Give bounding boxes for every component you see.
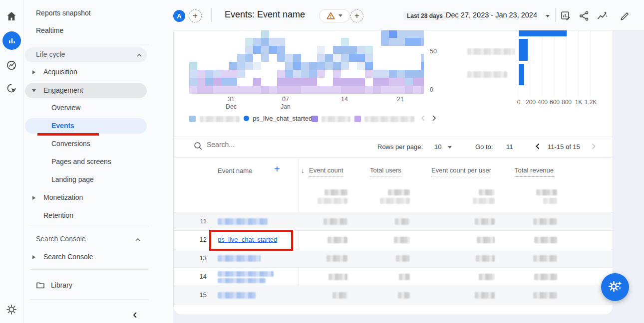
sidebar-item-search-console[interactable]: Search Console	[43, 253, 93, 261]
life-cycle-label: Life cycle	[36, 50, 65, 58]
edit-pencil-icon[interactable]	[620, 10, 631, 21]
insights-icon[interactable]	[597, 10, 608, 21]
goto-page-input[interactable]: 11	[506, 143, 513, 151]
col-header-event-count-per-user[interactable]: Event count per user	[431, 166, 491, 177]
advertising-icon[interactable]	[6, 83, 17, 94]
col-header-total-revenue[interactable]: Total revenue	[515, 166, 554, 177]
sidebar-item-library[interactable]: Library	[51, 281, 72, 289]
table-row[interactable]: 13	[174, 249, 613, 267]
table-search-input[interactable]	[206, 140, 318, 149]
date-preset-chip: Last 28 days	[403, 11, 446, 20]
report-content-area: 50 0 31Dec 07Jan 14 21 0 200 400 600 800…	[173, 30, 644, 323]
sidebar-item-pages-and-screens[interactable]: Pages and screens	[51, 158, 111, 165]
sort-desc-icon[interactable]: ↓	[301, 166, 305, 174]
row-number: 13	[189, 254, 207, 262]
admin-gear-icon[interactable]	[5, 304, 17, 316]
ga4-events-report: Reports snapshot Realtime Life cycle Acq…	[0, 0, 644, 323]
table-bottom-border	[174, 304, 613, 305]
caret-down-icon[interactable]	[448, 146, 452, 149]
sidebar-item-overview[interactable]: Overview	[51, 104, 80, 112]
collapse-sidebar-icon[interactable]	[131, 311, 139, 319]
col-header-event-name[interactable]: Event name	[218, 167, 252, 174]
share-icon[interactable]	[579, 10, 590, 21]
sidebar-divider	[30, 299, 148, 300]
chevron-up-icon[interactable]	[134, 236, 141, 243]
caret-down-icon[interactable]	[546, 15, 550, 17]
bar-segment[interactable]	[519, 30, 567, 36]
caret-down-icon	[338, 14, 342, 17]
sidebar-divider	[30, 44, 148, 44]
sidebar-item-engagement[interactable]: Engagement	[25, 83, 147, 98]
sidebar-item-landing-page[interactable]: Landing page	[51, 175, 94, 183]
legend-swatch	[189, 116, 196, 122]
col-header-event-count[interactable]: Event count	[309, 166, 343, 177]
reports-icon-selected[interactable]	[2, 31, 21, 50]
bar-segment[interactable]	[519, 64, 524, 85]
collapse-arrow-icon	[32, 89, 36, 92]
search-icon	[194, 142, 203, 151]
x-axis-tick: 14	[333, 96, 355, 103]
divider	[211, 8, 212, 22]
x-axis-tick: 21	[389, 96, 411, 103]
rows-per-page-value[interactable]: 10	[434, 143, 441, 151]
events-report-card: 50 0 31Dec 07Jan 14 21 0 200 400 600 800…	[173, 30, 613, 315]
table-row[interactable]: 15	[174, 286, 613, 304]
col-header-total-users[interactable]: Total users	[370, 166, 401, 177]
table-row-highlighted[interactable]: 12 ps_live_chat_started	[174, 230, 613, 249]
y-axis-tick: 50	[430, 48, 445, 55]
legend-prev-icon[interactable]	[420, 115, 427, 122]
report-header: A + Events: Event name + Last 28 days De…	[173, 0, 644, 30]
sidebar-item-retention[interactable]: Retention	[43, 211, 73, 219]
sidebar-item-events-selected[interactable]: Events	[25, 118, 147, 134]
redacted-legend-label	[322, 116, 350, 122]
events-label: Events	[51, 122, 74, 130]
report-nav-sidebar: Reports snapshot Realtime Life cycle Acq…	[23, 0, 173, 323]
engagement-label: Engagement	[43, 86, 83, 94]
next-page-icon[interactable]	[590, 143, 597, 150]
insights-fab-button[interactable]	[601, 273, 629, 301]
sidebar-divider	[30, 227, 148, 227]
app-rail	[0, 0, 24, 323]
add-metric-button[interactable]: +	[350, 9, 363, 22]
legend-next-icon[interactable]	[430, 115, 437, 122]
add-column-button[interactable]: +	[274, 163, 280, 175]
event-name-link[interactable]: ps_live_chat_started	[218, 236, 277, 243]
date-range-selector[interactable]: Dec 27, 2023 - Jan 23, 2024	[446, 11, 537, 19]
warning-triangle-icon	[326, 12, 335, 19]
account-avatar[interactable]: A	[173, 10, 185, 22]
sidebar-item-reports-snapshot[interactable]: Reports snapshot	[36, 9, 91, 17]
expand-arrow-icon[interactable]	[32, 70, 35, 74]
x-axis-tick: 31Dec	[220, 96, 242, 111]
row-number: 11	[189, 217, 207, 225]
customize-report-icon[interactable]	[560, 10, 571, 21]
sidebar-group-life-cycle[interactable]: Life cycle	[25, 47, 147, 62]
home-icon[interactable]	[6, 11, 17, 22]
expand-arrow-icon[interactable]	[32, 255, 35, 259]
sidebar-item-acquisition[interactable]: Acquisition	[43, 68, 77, 76]
legend-swatch	[354, 116, 361, 122]
add-comparison-button[interactable]: +	[189, 9, 202, 22]
divider	[555, 8, 556, 22]
pagination-range: 11-15 of 15	[548, 143, 580, 151]
table-row[interactable]: 14	[174, 267, 613, 286]
redacted-event-name	[218, 278, 266, 283]
sidebar-group-search-console[interactable]: Search Console	[36, 235, 86, 243]
gear-sparkle-icon	[608, 280, 623, 295]
row-number: 15	[189, 291, 207, 299]
explore-icon[interactable]	[6, 60, 17, 71]
rows-per-page-label: Rows per page:	[377, 143, 423, 151]
data-quality-warning-button[interactable]	[319, 9, 350, 22]
bar-segment[interactable]	[519, 39, 528, 61]
sidebar-item-realtime[interactable]: Realtime	[36, 26, 63, 34]
row-number: 12	[189, 236, 207, 243]
redacted-event-name	[218, 218, 268, 225]
legend-label: ps_live_chat_started	[253, 115, 312, 122]
sidebar-divider	[30, 269, 148, 270]
y-axis-tick: 0	[430, 86, 445, 93]
prev-page-icon[interactable]	[534, 143, 542, 150]
sidebar-item-conversions[interactable]: Conversions	[51, 140, 90, 148]
goto-label: Go to:	[475, 143, 493, 151]
expand-arrow-icon[interactable]	[32, 196, 35, 200]
sidebar-item-monetization[interactable]: Monetization	[43, 193, 83, 201]
table-row[interactable]: 11	[174, 212, 613, 230]
